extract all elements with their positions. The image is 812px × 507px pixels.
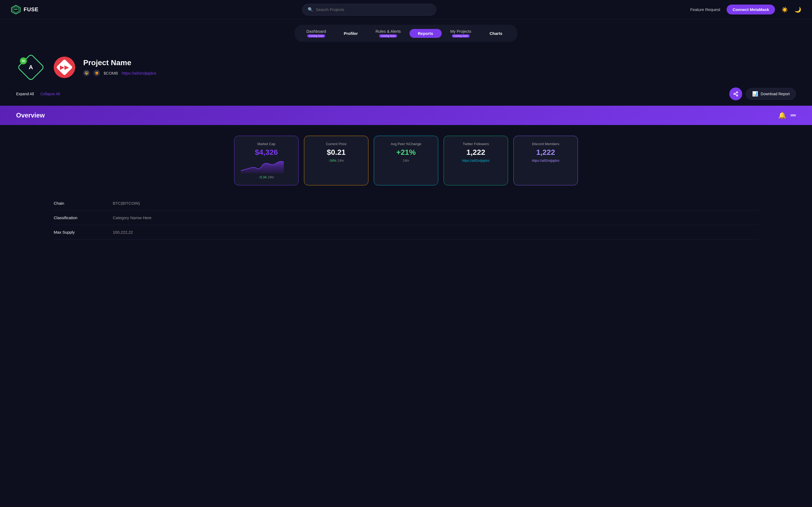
- classification-label: Classification: [54, 215, 107, 220]
- search-wrapper[interactable]: 🔍: [302, 4, 436, 15]
- tab-charts-label: Charts: [490, 31, 502, 36]
- twitter-link[interactable]: https://ai92ndjajdvs: [450, 159, 501, 163]
- svg-line-8: [735, 93, 737, 93]
- logo-area: FUSE: [11, 5, 48, 15]
- project-logo-inner: ▶▶: [56, 59, 73, 76]
- download-report-label: Download Report: [761, 92, 790, 96]
- stat-market-cap-label: Market Cap: [241, 142, 292, 146]
- meta-icon-1: 🔱: [83, 70, 90, 76]
- overview-right: 🔔: [778, 112, 796, 119]
- tab-reports[interactable]: Reports: [409, 29, 442, 38]
- tabs-container: Dashboard Coming Soon Profiler Rules & A…: [295, 25, 517, 42]
- stat-market-cap-sub: ↑0.34 24hr: [241, 175, 292, 179]
- score-badge: A 90: [16, 53, 46, 82]
- stat-card-market-cap: Market Cap $4,326 ↑0.34 24hr: [234, 136, 299, 185]
- project-meta: 🔱 🍯 $COMB https://ai92ndjajdvs: [83, 70, 796, 76]
- project-logo-arrow-icon: ▶▶: [60, 64, 69, 71]
- stat-current-price-value: $0.21: [311, 148, 362, 157]
- current-price-time: 24hr: [338, 159, 344, 163]
- project-link[interactable]: https://ai92ndjajdvs: [122, 71, 156, 75]
- top-navigation: FUSE 🔍 Feature Request Connect MetaMask …: [0, 0, 812, 19]
- svg-line-7: [735, 94, 737, 95]
- stat-avg-peer-sub: 24hr: [380, 159, 432, 163]
- meta-icon-2: 🍯: [93, 70, 100, 76]
- market-cap-change: ↑0.34: [259, 175, 266, 179]
- project-header: A 90 ▶▶ Project Name 🔱 🍯 $COMB https://a…: [0, 45, 812, 85]
- expand-collapse-group: Expand All Collapse All: [16, 92, 60, 96]
- tab-rules-badge: Coming Soon: [379, 34, 397, 38]
- chain-value: BTC(BITCOIN): [113, 201, 140, 206]
- download-icon: 📊: [752, 91, 758, 97]
- collapse-overview-button[interactable]: [791, 115, 796, 116]
- tab-profiler[interactable]: Profiler: [335, 29, 367, 38]
- tab-dashboard-badge: Coming Soon: [307, 34, 325, 38]
- stats-section: Market Cap $4,326 ↑0.34 24hr Current Pri…: [0, 125, 812, 193]
- stat-discord-label: Discord Members: [520, 142, 571, 146]
- share-button[interactable]: [729, 88, 742, 100]
- light-mode-icon[interactable]: ☀️: [781, 6, 788, 13]
- feature-request-button[interactable]: Feature Request: [690, 7, 720, 12]
- connect-metamask-button[interactable]: Connect MetaMask: [727, 5, 775, 14]
- discord-link[interactable]: https://ai92ndjajdvs: [520, 159, 571, 163]
- svg-text:A: A: [29, 64, 33, 70]
- stat-avg-peer-label: Avg Peer %Change: [380, 142, 432, 146]
- tab-profiler-label: Profiler: [344, 31, 358, 36]
- dark-mode-icon[interactable]: 🌙: [795, 6, 801, 13]
- chevron-up-line-2: [791, 116, 796, 116]
- project-logo: ▶▶: [54, 57, 75, 78]
- market-cap-time: 24hr: [268, 175, 274, 179]
- project-name: Project Name: [83, 58, 796, 67]
- project-info: Project Name 🔱 🍯 $COMB https://ai92ndjaj…: [83, 58, 796, 76]
- chain-label: Chain: [54, 201, 107, 206]
- right-actions: 📊 Download Report: [729, 88, 796, 100]
- stat-avg-peer-value: +21%: [380, 148, 432, 157]
- tab-charts[interactable]: Charts: [480, 29, 512, 38]
- stat-twitter-label: Twitter Followers: [450, 142, 501, 146]
- expand-all-button[interactable]: Expand All: [16, 92, 34, 96]
- actions-bar: Expand All Collapse All 📊 Download Repor…: [0, 85, 812, 106]
- logo-text: FUSE: [23, 6, 38, 13]
- data-row-chain: Chain BTC(BITCOIN): [54, 196, 758, 211]
- search-icon: 🔍: [308, 7, 313, 12]
- max-supply-label: Max Supply: [54, 230, 107, 234]
- stat-card-avg-peer: Avg Peer %Change +21% 24hr: [374, 136, 438, 185]
- fuse-logo-icon: [11, 5, 21, 15]
- bell-icon[interactable]: 🔔: [778, 112, 786, 119]
- chevron-up-line-1: [791, 115, 796, 115]
- overview-section: Overview 🔔: [0, 106, 812, 125]
- data-row-classification: Classification Category Namw Here: [54, 211, 758, 225]
- max-supply-value: 100,222,22: [113, 230, 133, 234]
- tab-reports-label: Reports: [418, 31, 433, 36]
- stat-twitter-value: 1,222: [450, 148, 501, 157]
- stat-current-price-sub: ↑34% 24hr: [311, 159, 362, 163]
- download-report-button[interactable]: 📊 Download Report: [746, 88, 796, 100]
- data-row-max-supply: Max Supply 100,222,22: [54, 225, 758, 239]
- tab-dashboard-label: Dashboard: [306, 29, 326, 34]
- stat-market-cap-value: $4,326: [241, 148, 292, 157]
- stat-card-discord: Discord Members 1,222 https://ai92ndjajd…: [513, 136, 578, 185]
- tab-rules-label: Rules & Alerts: [375, 29, 401, 34]
- score-number: 90: [20, 57, 27, 64]
- nav-right: Feature Request Connect MetaMask ☀️ 🌙: [690, 5, 801, 14]
- mini-chart: [241, 160, 292, 173]
- current-price-change: ↑34%: [328, 159, 337, 163]
- classification-value: Category Namw Here: [113, 215, 151, 220]
- tabs-navigation: Dashboard Coming Soon Profiler Rules & A…: [0, 19, 812, 45]
- tab-dashboard[interactable]: Dashboard Coming Soon: [300, 27, 333, 40]
- search-input[interactable]: [316, 7, 431, 12]
- tab-my-projects[interactable]: My Projects Coming Soon: [444, 27, 478, 40]
- score-diamond-icon: A: [16, 53, 46, 82]
- data-table-section: Chain BTC(BITCOIN) Classification Catego…: [0, 193, 812, 247]
- search-bar-container: 🔍: [48, 4, 690, 15]
- stat-card-twitter: Twitter Followers 1,222 https://ai92ndja…: [444, 136, 508, 185]
- stat-discord-value: 1,222: [520, 148, 571, 157]
- tab-my-projects-label: My Projects: [450, 29, 471, 34]
- share-icon: [733, 91, 739, 97]
- project-ticker: $COMB: [104, 71, 118, 75]
- stat-current-price-label: Current Price: [311, 142, 362, 146]
- tab-my-projects-badge: Coming Soon: [452, 34, 470, 38]
- collapse-all-button[interactable]: Collapse All: [40, 92, 60, 96]
- overview-title: Overview: [16, 112, 45, 119]
- tab-rules-alerts[interactable]: Rules & Alerts Coming Soon: [369, 27, 407, 40]
- stat-card-current-price: Current Price $0.21 ↑34% 24hr: [304, 136, 368, 185]
